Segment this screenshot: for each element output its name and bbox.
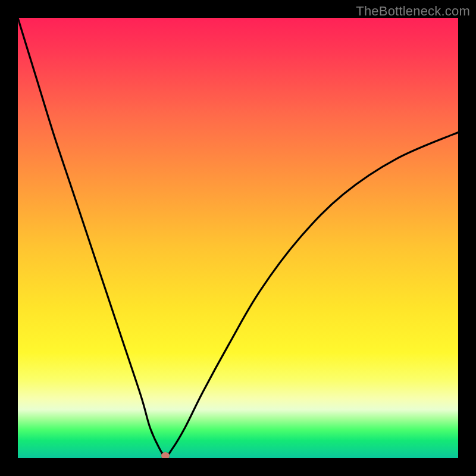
bottleneck-curve — [18, 18, 458, 458]
watermark-text: TheBottleneck.com — [356, 4, 470, 19]
chart-area — [18, 18, 458, 458]
curve-minimum-marker — [161, 452, 170, 458]
curve-path — [18, 18, 458, 456]
